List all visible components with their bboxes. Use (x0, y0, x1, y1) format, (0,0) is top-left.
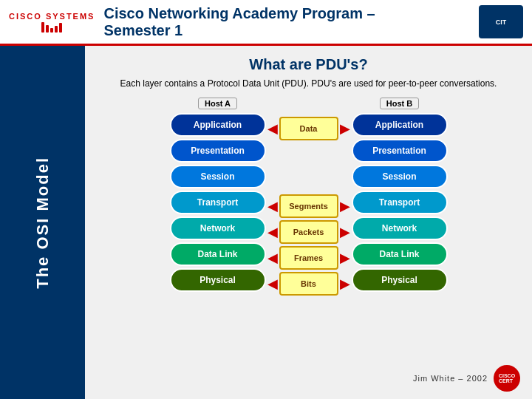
pdu-packets: Packets (279, 220, 338, 244)
header: CISCO SYSTEMS Cisco Networking Academy P… (0, 0, 532, 46)
host-b-presentation: Presentation (352, 139, 448, 163)
pdu-bits: Bits (279, 272, 338, 296)
cisco-logo-bars (41, 22, 62, 33)
arrow-left-data: ◀ (267, 120, 278, 137)
pdu-data-row: ◀ Data ▶ (267, 117, 350, 140)
host-b-physical: Physical (352, 268, 448, 292)
host-a-presentation: Presentation (170, 139, 266, 163)
cisco-cert-logo: CISCOCERT (494, 365, 520, 392)
cisco-bar-5 (59, 23, 62, 33)
host-a-datalink: Data Link (170, 242, 266, 266)
arrow-left-segments: ◀ (267, 198, 278, 214)
host-a-application: Application (170, 113, 266, 137)
cisco-logo: CISCO SYSTEMS (9, 12, 95, 33)
pdu-packets-row: ◀ Packets ▶ (267, 220, 350, 244)
host-a-label: Host A (198, 98, 237, 109)
arrow-left-packets: ◀ (267, 224, 278, 240)
cisco-bar-3 (50, 28, 53, 33)
sidebar-label: The OSI Model (33, 157, 52, 289)
arrow-right-frames: ▶ (340, 250, 350, 266)
arrow-right-bits: ▶ (340, 276, 350, 292)
arrow-right-segments: ▶ (340, 198, 350, 214)
pdu-frames: Frames (279, 246, 338, 270)
host-b-label: Host B (380, 98, 419, 109)
osi-diagram: Host A Application Presentation Session … (97, 98, 520, 361)
footer: Jim White – 2002 CISCOCERT (97, 361, 520, 392)
pdu-segments-row: ◀ Segments ▶ (267, 194, 350, 218)
host-a-transport: Transport (170, 191, 266, 214)
page-title: What are PDU's? (97, 56, 520, 73)
host-b-datalink: Data Link (352, 242, 448, 266)
arrow-right-packets: ▶ (340, 224, 350, 240)
arrow-right-data: ▶ (340, 120, 350, 137)
pdu-bits-row: ◀ Bits ▶ (267, 272, 350, 296)
cisco-bar-1 (41, 22, 44, 33)
footer-text: Jim White – 2002 (413, 374, 488, 383)
pdu-segments: Segments (279, 194, 338, 218)
description-text: Each layer contains a Protocol Data Unit… (97, 78, 520, 90)
cisco-bar-2 (46, 25, 49, 33)
host-a-network: Network (170, 216, 266, 240)
content-area: What are PDU's? Each layer contains a Pr… (85, 46, 532, 399)
arrow-left-bits: ◀ (267, 276, 278, 292)
host-b-network: Network (352, 216, 448, 240)
cisco-logo-text: CISCO SYSTEMS (9, 12, 95, 21)
pdu-frames-row: ◀ Frames ▶ (267, 246, 350, 270)
host-a-column: Host A Application Presentation Session … (170, 98, 266, 361)
cisco-bar-4 (55, 26, 58, 33)
host-a-session: Session (170, 165, 266, 188)
cit-logo: CIT (479, 5, 523, 38)
header-title: Cisco Networking Academy Program – Semes… (103, 5, 479, 39)
pdu-column: ◀ Data ▶ ◀ Segments ▶ ◀ Packets (272, 117, 346, 361)
pdu-data: Data (279, 117, 338, 140)
host-b-column: Host B Application Presentation Session … (352, 98, 448, 361)
host-b-session: Session (352, 165, 448, 188)
main-layout: The OSI Model What are PDU's? Each layer… (0, 46, 532, 399)
host-a-physical: Physical (170, 268, 266, 292)
sidebar: The OSI Model (0, 46, 85, 399)
host-b-application: Application (352, 113, 448, 137)
host-b-transport: Transport (352, 191, 448, 214)
arrow-left-frames: ◀ (267, 250, 278, 266)
